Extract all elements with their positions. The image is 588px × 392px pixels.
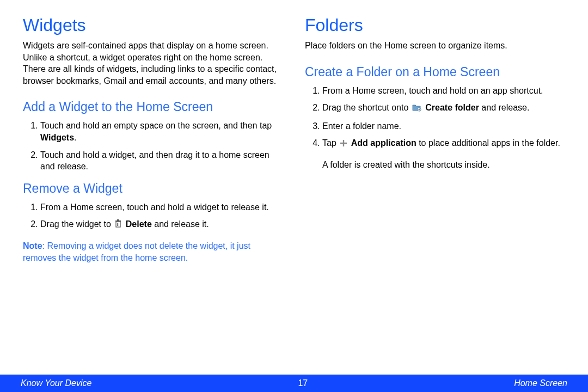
create-step-1: From a Home screen, touch and hold on an… <box>322 85 565 97</box>
create-after: A folder is created with the shortcuts i… <box>322 159 565 171</box>
create-step-4: Tap Add application to place additional … <box>322 137 565 150</box>
widgets-intro: Widgets are self-contained apps that dis… <box>23 40 283 87</box>
svg-rect-4 <box>117 219 119 220</box>
remove-widget-steps: From a Home screen, touch and hold a wid… <box>23 201 283 231</box>
footer-left: Know Your Device <box>21 378 91 388</box>
text: and release. <box>479 103 530 112</box>
create-folder-steps: From a Home screen, touch and hold on an… <box>305 85 565 150</box>
widgets-heading: Widgets <box>23 15 283 35</box>
note-text: : Removing a widget does not delete the … <box>23 241 250 262</box>
bold-add-application: Add application <box>351 138 416 148</box>
footer-page-number: 17 <box>298 378 308 388</box>
create-step-3: Enter a folder name. <box>322 120 565 132</box>
footer: Know Your Device 17 Home Screen <box>0 375 588 392</box>
bold-delete: Delete <box>126 219 152 229</box>
remove-note: Note: Removing a widget does not delete … <box>23 240 283 265</box>
text: Drag the widget to <box>40 219 113 229</box>
folders-intro: Place folders on the Home screen to orga… <box>305 40 565 52</box>
add-widget-heading: Add a Widget to the Home Screen <box>23 100 283 114</box>
remove-widget-heading: Remove a Widget <box>23 181 283 196</box>
delete-icon <box>114 219 122 231</box>
text: Tap <box>322 138 339 148</box>
text: Touch and hold an empty space on the scr… <box>40 121 272 130</box>
text: and release it. <box>152 219 209 229</box>
text: to place additional apps in the folder. <box>416 138 560 148</box>
folders-heading: Folders <box>305 15 565 35</box>
plus-icon <box>340 138 347 150</box>
text: . <box>74 133 76 142</box>
right-column: Folders Place folders on the Home screen… <box>305 15 565 375</box>
remove-step-2: Drag the widget to Delete and release it… <box>40 218 283 231</box>
add-step-1: Touch and hold an empty space on the scr… <box>40 120 283 143</box>
svg-rect-3 <box>115 220 121 222</box>
footer-right: Home Screen <box>514 378 567 388</box>
remove-step-1: From a Home screen, touch and hold a wid… <box>40 201 283 213</box>
create-step-2: Drag the shortcut onto Create folder and… <box>322 102 565 115</box>
content: Widgets Widgets are self-contained apps … <box>0 0 588 375</box>
text: Drag the shortcut onto <box>322 103 411 112</box>
create-folder-heading: Create a Folder on a Home Screen <box>305 65 565 79</box>
note-label: Note <box>23 241 42 250</box>
left-column: Widgets Widgets are self-contained apps … <box>23 15 283 375</box>
add-step-2: Touch and hold a widget, and then drag i… <box>40 149 283 173</box>
svg-rect-0 <box>116 222 120 227</box>
add-widget-steps: Touch and hold an empty space on the scr… <box>23 120 283 172</box>
create-folder-icon <box>412 103 422 115</box>
bold-create-folder: Create folder <box>425 103 479 112</box>
bold-widgets: Widgets <box>40 133 74 142</box>
